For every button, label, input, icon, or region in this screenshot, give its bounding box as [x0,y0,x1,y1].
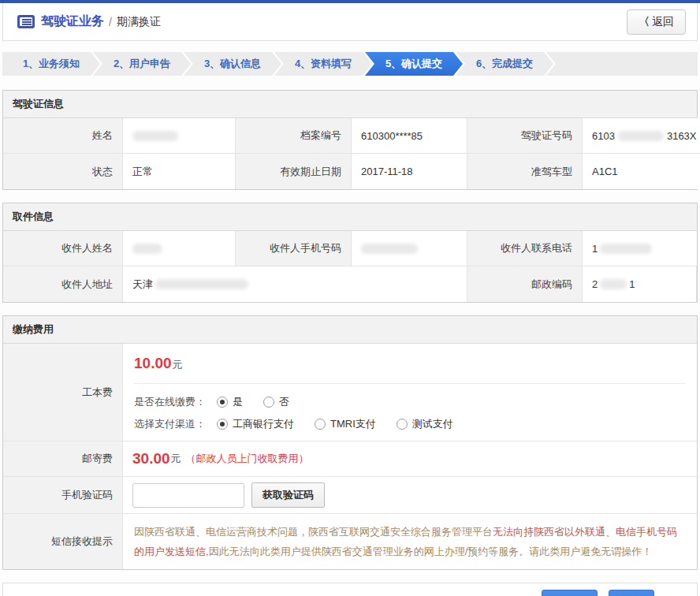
license-no-suffix: 3163X [667,130,697,142]
channel-tmri-option[interactable]: TMRI支付 [315,417,376,431]
recipient-name-label: 收件人姓名 [3,231,123,266]
postage-label: 邮寄费 [3,441,123,477]
pickup-info-title: 取件信息 [3,203,697,231]
card-fee-currency: 元 [173,359,183,371]
online-pay-label: 是否在线缴费： [134,395,206,409]
online-pay-no-label: 否 [279,395,289,409]
postcode-value: 21 [583,266,697,302]
channel-icbc-label: 工商银行支付 [233,417,294,431]
vehicle-class-value: A1C1 [583,154,700,189]
channel-test-label: 测试支付 [412,417,453,431]
card-fee-amount: 10.00 [134,355,172,371]
step-label: 4、资料填写 [295,57,352,71]
valid-until-label: 有效期止日期 [236,154,352,189]
step-4-fill-data[interactable]: 4、资料填写 [274,52,372,76]
radio-unchecked-icon[interactable] [397,419,408,430]
license-no-label: 驾驶证号码 [467,118,583,154]
sms-code-cell: 获取验证码 [123,477,697,514]
get-code-button[interactable]: 获取验证码 [251,482,325,508]
sms-tip-text: 因陕西省联通、电信运营商技术问题，陕西省互联网交通安全综合服务管理平台无法向持陕… [123,514,697,569]
redacted-license-no [618,131,664,141]
postage-amount: 30.00 [132,450,170,467]
recipient-mobile-value [352,231,467,266]
postcode-prefix: 2 [592,278,598,290]
step-5-confirm-submit[interactable]: 5、确认提交 [365,52,463,76]
recipient-address-value: 天津 [123,266,467,302]
pay-channel-row: 选择支付渠道： 工商银行支付 TMRI支付 测试支付 [134,417,686,431]
pickup-info-section: 取件信息 收件人姓名 收件人手机号码 收件人联系电话 1 收件人地址 天津 邮政… [2,203,698,303]
name-label: 姓名 [3,118,123,154]
step-label: 5、确认提交 [385,57,442,71]
postage-cell: 30.00元（邮政人员上门收取费用） [123,441,697,477]
sms-code-label: 手机验证码 [3,477,123,514]
redacted-phone [600,244,652,254]
name-value [123,118,236,154]
footer-action-bar: 上一步 完成 [2,583,698,596]
recipient-mobile-label: 收件人手机号码 [236,231,352,266]
step-label: 6、完成提交 [476,57,533,71]
redacted-name [132,131,178,141]
finish-button[interactable]: 完成 [609,590,654,596]
recipient-address-label: 收件人地址 [3,266,123,302]
redacted-mobile [361,244,418,254]
step-label: 3、确认信息 [204,57,261,71]
license-no-prefix: 6103 [592,130,615,142]
license-business-icon [17,15,35,28]
recipient-phone-label: 收件人联系电话 [467,231,583,266]
file-no-value: 610300****85 [352,118,467,154]
address-prefix: 天津 [132,278,153,292]
license-no-value: 61033163X [583,118,700,154]
sms-code-input[interactable] [132,483,244,508]
sms-tip-part1: 因陕西省联通、电信运营商技术问题，陕西省互联网交通安全综合服务管理平台 [134,526,493,538]
breadcrumb-current: 期满换证 [117,15,161,29]
radio-unchecked-icon[interactable] [315,419,326,430]
postcode-suffix: 1 [629,278,635,290]
card-fee-amount-line: 10.00元 [134,355,686,372]
postage-note: （邮政人员上门收取费用） [186,452,309,466]
payment-title: 缴纳费用 [3,316,697,344]
back-button[interactable]: 〈返回 [627,9,686,35]
back-button-label: 返回 [652,15,674,28]
online-pay-yes-label: 是 [233,395,243,409]
phone-prefix: 1 [592,243,598,255]
redacted-recipient-name [132,244,162,254]
online-pay-row: 是否在线缴费： 是 否 [134,395,686,409]
page-header: 驾驶证业务 / 期满换证 〈返回 [2,3,698,41]
sms-tip-part3: 因此无法向此类用户提供陕西省交通管理业务的网上办理/预约等服务。请此类用户避免无… [209,546,653,557]
step-1-business-notice[interactable]: 1、业务须知 [2,52,100,76]
chevron-left-icon: 〈 [639,15,650,28]
license-info-section: 驾驶证信息 姓名 档案编号 610300****85 驾驶证号码 6103316… [2,90,698,190]
step-bar-filler [546,52,698,76]
step-label: 2、用户申告 [114,57,170,71]
radio-unchecked-icon[interactable] [263,397,274,408]
channel-test-option[interactable]: 测试支付 [397,417,453,431]
postage-currency: 元 [171,452,181,466]
sms-tip-label: 短信接收提示 [3,514,123,569]
step-6-complete-submit[interactable]: 6、完成提交 [456,52,553,76]
page-title: 驾驶证业务 [41,13,104,30]
step-2-user-declaration[interactable]: 2、用户申告 [93,52,191,76]
online-pay-no-option[interactable]: 否 [263,395,289,409]
valid-until-value: 2017-11-18 [352,154,467,189]
step-wizard: 1、业务须知 2、用户申告 3、确认信息 4、资料填写 5、确认提交 6、完成提… [2,52,698,76]
radio-checked-icon[interactable] [217,419,228,430]
previous-step-button[interactable]: 上一步 [542,590,598,596]
file-no-label: 档案编号 [236,118,352,154]
redacted-address [155,279,248,289]
vehicle-class-label: 准驾车型 [467,154,583,189]
license-info-title: 驾驶证信息 [3,91,697,118]
online-pay-yes-option[interactable]: 是 [217,395,243,409]
status-label: 状态 [3,154,123,189]
pay-channel-label: 选择支付渠道： [134,417,206,431]
redacted-postcode [600,279,627,289]
card-fee-cell: 10.00元 是否在线缴费： 是 否 选择支付渠道： 工商银行支付 TMRI支付… [123,344,697,441]
channel-icbc-option[interactable]: 工商银行支付 [217,417,294,431]
step-label: 1、业务须知 [23,57,80,71]
radio-checked-icon[interactable] [217,397,228,408]
step-3-confirm-info[interactable]: 3、确认信息 [184,52,281,76]
fee-divider [134,383,686,384]
recipient-name-value [123,231,236,266]
status-value: 正常 [123,154,236,189]
channel-tmri-label: TMRI支付 [330,417,376,431]
postcode-label: 邮政编码 [467,266,583,302]
